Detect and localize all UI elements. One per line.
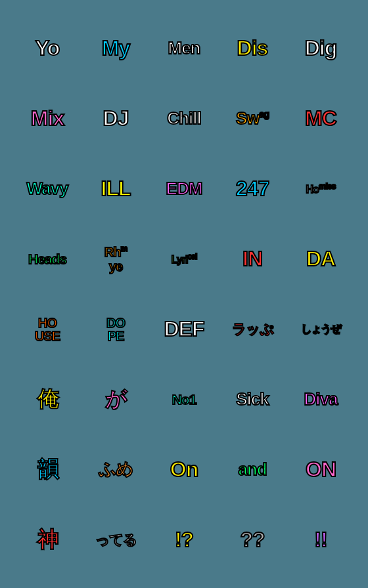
sticker-word-37: !? <box>175 528 193 551</box>
sticker-word-1: My <box>102 37 129 60</box>
sticker-cell-11: ILL <box>81 154 150 224</box>
sticker-word-29: Diva <box>304 390 338 409</box>
sticker-cell-33: and <box>218 434 287 505</box>
sticker-word-19: DA <box>306 247 335 270</box>
sticker-word-25: 俺 <box>37 388 58 411</box>
sticker-word-16: Rhmye <box>104 245 127 274</box>
sticker-word-13: 247 <box>236 177 269 200</box>
sticker-cell-38: ?? <box>218 505 287 575</box>
sticker-cell-15: Heads <box>13 224 81 294</box>
sticker-word-28: Sick <box>236 390 269 409</box>
sticker-cell-27: No1 <box>150 364 218 434</box>
sticker-grid: YoMyMenDisDigMixDJChillSwagMCWavyILLEDM2… <box>7 7 361 581</box>
sticker-cell-21: DOPE <box>81 294 150 364</box>
sticker-word-27: No1 <box>172 392 196 407</box>
sticker-word-24: しょうぜ <box>301 324 340 335</box>
sticker-word-39: !! <box>314 528 327 551</box>
sticker-word-4: Dig <box>305 37 337 60</box>
sticker-cell-10: Wavy <box>13 154 81 224</box>
sticker-word-9: MC <box>305 107 336 130</box>
sticker-cell-39: !! <box>287 505 355 575</box>
sticker-cell-22: DEF <box>150 294 218 364</box>
sticker-cell-14: Homies <box>287 154 355 224</box>
sticker-cell-0: Yo <box>13 13 81 83</box>
sticker-word-11: ILL <box>101 177 131 200</box>
sticker-cell-29: Diva <box>287 364 355 434</box>
sticker-cell-37: !? <box>150 505 218 575</box>
sticker-cell-24: しょうぜ <box>287 294 355 364</box>
sticker-cell-16: Rhmye <box>81 224 150 294</box>
sticker-cell-32: On <box>150 434 218 505</box>
sticker-cell-18: IN <box>218 224 287 294</box>
sticker-cell-6: DJ <box>81 83 150 154</box>
sticker-cell-3: Dis <box>218 13 287 83</box>
sticker-word-10: Wavy <box>27 179 68 198</box>
sticker-word-20: HOUSE <box>35 316 60 343</box>
sticker-cell-30: 韻 <box>13 434 81 505</box>
sticker-cell-26: が <box>81 364 150 434</box>
sticker-word-18: IN <box>242 247 262 270</box>
sticker-cell-9: MC <box>287 83 355 154</box>
sticker-word-21: DOPE <box>106 316 125 343</box>
sticker-word-7: Chill <box>167 109 200 128</box>
sticker-word-14: Homies <box>306 182 336 196</box>
sticker-word-33: and <box>238 460 266 479</box>
sticker-word-2: Men <box>168 39 200 58</box>
sticker-word-5: Mix <box>31 107 64 130</box>
sticker-word-15: Heads <box>28 251 66 266</box>
sticker-word-3: Dis <box>237 37 268 60</box>
sticker-cell-7: Chill <box>150 83 218 154</box>
sticker-cell-23: ラッぷ <box>218 294 287 364</box>
sticker-word-26: が <box>105 388 126 411</box>
sticker-cell-28: Sick <box>218 364 287 434</box>
sticker-word-38: ?? <box>240 528 264 551</box>
sticker-cell-31: ふめ <box>81 434 150 505</box>
sticker-cell-34: ON <box>287 434 355 505</box>
sticker-cell-4: Dig <box>287 13 355 83</box>
sticker-word-6: DJ <box>103 107 129 130</box>
sticker-word-12: EDM <box>166 179 202 198</box>
sticker-word-8: Swag <box>236 109 269 128</box>
sticker-word-17: Lyrical <box>172 253 196 266</box>
sticker-word-31: ふめ <box>99 460 133 479</box>
sticker-cell-35: 神 <box>13 505 81 575</box>
sticker-word-0: Yo <box>35 37 60 60</box>
sticker-cell-8: Swag <box>218 83 287 154</box>
sticker-word-36: ってる <box>95 532 137 547</box>
sticker-word-32: On <box>170 458 198 481</box>
sticker-cell-12: EDM <box>150 154 218 224</box>
sticker-cell-5: Mix <box>13 83 81 154</box>
sticker-word-22: DEF <box>164 318 204 341</box>
sticker-word-30: 韻 <box>37 458 58 481</box>
sticker-word-23: ラッぷ <box>232 322 273 337</box>
sticker-cell-2: Men <box>150 13 218 83</box>
sticker-cell-1: My <box>81 13 150 83</box>
sticker-word-35: 神 <box>37 528 58 551</box>
sticker-word-34: ON <box>306 458 336 481</box>
sticker-cell-19: DA <box>287 224 355 294</box>
sticker-cell-36: ってる <box>81 505 150 575</box>
sticker-cell-20: HOUSE <box>13 294 81 364</box>
sticker-cell-25: 俺 <box>13 364 81 434</box>
sticker-cell-13: 247 <box>218 154 287 224</box>
sticker-cell-17: Lyrical <box>150 224 218 294</box>
